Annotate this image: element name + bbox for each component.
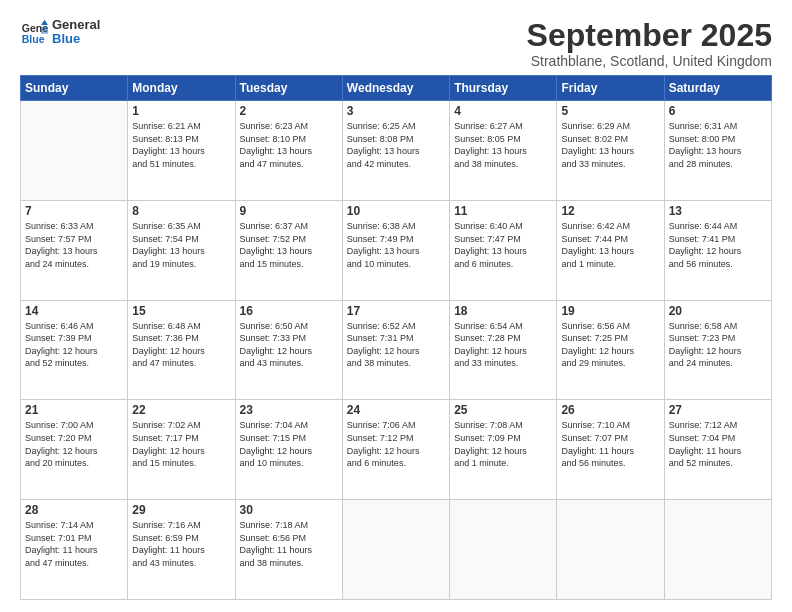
logo: General Blue General Blue: [20, 18, 100, 47]
calendar-cell: 3Sunrise: 6:25 AM Sunset: 8:08 PM Daylig…: [342, 101, 449, 201]
calendar-cell: 4Sunrise: 6:27 AM Sunset: 8:05 PM Daylig…: [450, 101, 557, 201]
logo-general: General: [52, 18, 100, 32]
calendar-cell: [557, 500, 664, 600]
calendar-cell: 29Sunrise: 7:16 AM Sunset: 6:59 PM Dayli…: [128, 500, 235, 600]
month-title: September 2025: [527, 18, 772, 53]
day-number: 27: [669, 403, 767, 417]
calendar-cell: 11Sunrise: 6:40 AM Sunset: 7:47 PM Dayli…: [450, 200, 557, 300]
calendar-cell: 5Sunrise: 6:29 AM Sunset: 8:02 PM Daylig…: [557, 101, 664, 201]
calendar-cell: 22Sunrise: 7:02 AM Sunset: 7:17 PM Dayli…: [128, 400, 235, 500]
day-info: Sunrise: 6:58 AM Sunset: 7:23 PM Dayligh…: [669, 320, 767, 370]
day-info: Sunrise: 7:00 AM Sunset: 7:20 PM Dayligh…: [25, 419, 123, 469]
calendar-header-row: SundayMondayTuesdayWednesdayThursdayFrid…: [21, 76, 772, 101]
day-info: Sunrise: 7:12 AM Sunset: 7:04 PM Dayligh…: [669, 419, 767, 469]
calendar-cell: 28Sunrise: 7:14 AM Sunset: 7:01 PM Dayli…: [21, 500, 128, 600]
day-info: Sunrise: 7:18 AM Sunset: 6:56 PM Dayligh…: [240, 519, 338, 569]
calendar-cell: 21Sunrise: 7:00 AM Sunset: 7:20 PM Dayli…: [21, 400, 128, 500]
day-number: 11: [454, 204, 552, 218]
day-info: Sunrise: 6:46 AM Sunset: 7:39 PM Dayligh…: [25, 320, 123, 370]
day-number: 2: [240, 104, 338, 118]
day-number: 16: [240, 304, 338, 318]
day-number: 6: [669, 104, 767, 118]
day-number: 21: [25, 403, 123, 417]
calendar-week-2: 7Sunrise: 6:33 AM Sunset: 7:57 PM Daylig…: [21, 200, 772, 300]
day-info: Sunrise: 6:23 AM Sunset: 8:10 PM Dayligh…: [240, 120, 338, 170]
col-header-sunday: Sunday: [21, 76, 128, 101]
col-header-thursday: Thursday: [450, 76, 557, 101]
day-info: Sunrise: 7:02 AM Sunset: 7:17 PM Dayligh…: [132, 419, 230, 469]
calendar-cell: 17Sunrise: 6:52 AM Sunset: 7:31 PM Dayli…: [342, 300, 449, 400]
calendar-table: SundayMondayTuesdayWednesdayThursdayFrid…: [20, 75, 772, 600]
day-info: Sunrise: 6:21 AM Sunset: 8:13 PM Dayligh…: [132, 120, 230, 170]
logo-blue: Blue: [52, 32, 100, 46]
calendar-cell: 1Sunrise: 6:21 AM Sunset: 8:13 PM Daylig…: [128, 101, 235, 201]
day-info: Sunrise: 7:10 AM Sunset: 7:07 PM Dayligh…: [561, 419, 659, 469]
calendar-cell: 26Sunrise: 7:10 AM Sunset: 7:07 PM Dayli…: [557, 400, 664, 500]
day-number: 12: [561, 204, 659, 218]
day-number: 15: [132, 304, 230, 318]
calendar-cell: 19Sunrise: 6:56 AM Sunset: 7:25 PM Dayli…: [557, 300, 664, 400]
day-number: 14: [25, 304, 123, 318]
day-number: 7: [25, 204, 123, 218]
day-info: Sunrise: 6:56 AM Sunset: 7:25 PM Dayligh…: [561, 320, 659, 370]
col-header-monday: Monday: [128, 76, 235, 101]
calendar-cell: 24Sunrise: 7:06 AM Sunset: 7:12 PM Dayli…: [342, 400, 449, 500]
calendar-cell: 9Sunrise: 6:37 AM Sunset: 7:52 PM Daylig…: [235, 200, 342, 300]
page: General Blue General Blue September 2025…: [0, 0, 792, 612]
day-number: 13: [669, 204, 767, 218]
day-number: 22: [132, 403, 230, 417]
day-info: Sunrise: 6:27 AM Sunset: 8:05 PM Dayligh…: [454, 120, 552, 170]
day-info: Sunrise: 6:42 AM Sunset: 7:44 PM Dayligh…: [561, 220, 659, 270]
day-info: Sunrise: 7:16 AM Sunset: 6:59 PM Dayligh…: [132, 519, 230, 569]
calendar-cell: 16Sunrise: 6:50 AM Sunset: 7:33 PM Dayli…: [235, 300, 342, 400]
day-number: 23: [240, 403, 338, 417]
day-info: Sunrise: 6:38 AM Sunset: 7:49 PM Dayligh…: [347, 220, 445, 270]
calendar-cell: 20Sunrise: 6:58 AM Sunset: 7:23 PM Dayli…: [664, 300, 771, 400]
col-header-tuesday: Tuesday: [235, 76, 342, 101]
day-info: Sunrise: 6:29 AM Sunset: 8:02 PM Dayligh…: [561, 120, 659, 170]
calendar-week-5: 28Sunrise: 7:14 AM Sunset: 7:01 PM Dayli…: [21, 500, 772, 600]
calendar-cell: 15Sunrise: 6:48 AM Sunset: 7:36 PM Dayli…: [128, 300, 235, 400]
calendar-cell: 8Sunrise: 6:35 AM Sunset: 7:54 PM Daylig…: [128, 200, 235, 300]
calendar-cell: [450, 500, 557, 600]
day-number: 25: [454, 403, 552, 417]
day-number: 19: [561, 304, 659, 318]
col-header-saturday: Saturday: [664, 76, 771, 101]
day-info: Sunrise: 7:14 AM Sunset: 7:01 PM Dayligh…: [25, 519, 123, 569]
day-number: 8: [132, 204, 230, 218]
calendar-cell: 7Sunrise: 6:33 AM Sunset: 7:57 PM Daylig…: [21, 200, 128, 300]
day-info: Sunrise: 6:35 AM Sunset: 7:54 PM Dayligh…: [132, 220, 230, 270]
day-info: Sunrise: 6:44 AM Sunset: 7:41 PM Dayligh…: [669, 220, 767, 270]
col-header-friday: Friday: [557, 76, 664, 101]
day-number: 30: [240, 503, 338, 517]
day-number: 10: [347, 204, 445, 218]
location: Strathblane, Scotland, United Kingdom: [527, 53, 772, 69]
day-info: Sunrise: 6:50 AM Sunset: 7:33 PM Dayligh…: [240, 320, 338, 370]
calendar-cell: [21, 101, 128, 201]
day-info: Sunrise: 7:06 AM Sunset: 7:12 PM Dayligh…: [347, 419, 445, 469]
calendar-cell: 23Sunrise: 7:04 AM Sunset: 7:15 PM Dayli…: [235, 400, 342, 500]
calendar-cell: 30Sunrise: 7:18 AM Sunset: 6:56 PM Dayli…: [235, 500, 342, 600]
calendar-cell: [664, 500, 771, 600]
day-info: Sunrise: 6:52 AM Sunset: 7:31 PM Dayligh…: [347, 320, 445, 370]
day-number: 28: [25, 503, 123, 517]
svg-marker-3: [41, 27, 48, 34]
day-info: Sunrise: 6:25 AM Sunset: 8:08 PM Dayligh…: [347, 120, 445, 170]
day-number: 20: [669, 304, 767, 318]
calendar-cell: 6Sunrise: 6:31 AM Sunset: 8:00 PM Daylig…: [664, 101, 771, 201]
svg-text:Blue: Blue: [22, 33, 45, 45]
day-info: Sunrise: 7:04 AM Sunset: 7:15 PM Dayligh…: [240, 419, 338, 469]
day-number: 17: [347, 304, 445, 318]
col-header-wednesday: Wednesday: [342, 76, 449, 101]
day-number: 24: [347, 403, 445, 417]
calendar-cell: 27Sunrise: 7:12 AM Sunset: 7:04 PM Dayli…: [664, 400, 771, 500]
day-number: 3: [347, 104, 445, 118]
day-info: Sunrise: 6:33 AM Sunset: 7:57 PM Dayligh…: [25, 220, 123, 270]
calendar-cell: 2Sunrise: 6:23 AM Sunset: 8:10 PM Daylig…: [235, 101, 342, 201]
header: General Blue General Blue September 2025…: [20, 18, 772, 69]
calendar-week-4: 21Sunrise: 7:00 AM Sunset: 7:20 PM Dayli…: [21, 400, 772, 500]
title-block: September 2025 Strathblane, Scotland, Un…: [527, 18, 772, 69]
day-info: Sunrise: 6:54 AM Sunset: 7:28 PM Dayligh…: [454, 320, 552, 370]
day-info: Sunrise: 7:08 AM Sunset: 7:09 PM Dayligh…: [454, 419, 552, 469]
day-number: 29: [132, 503, 230, 517]
